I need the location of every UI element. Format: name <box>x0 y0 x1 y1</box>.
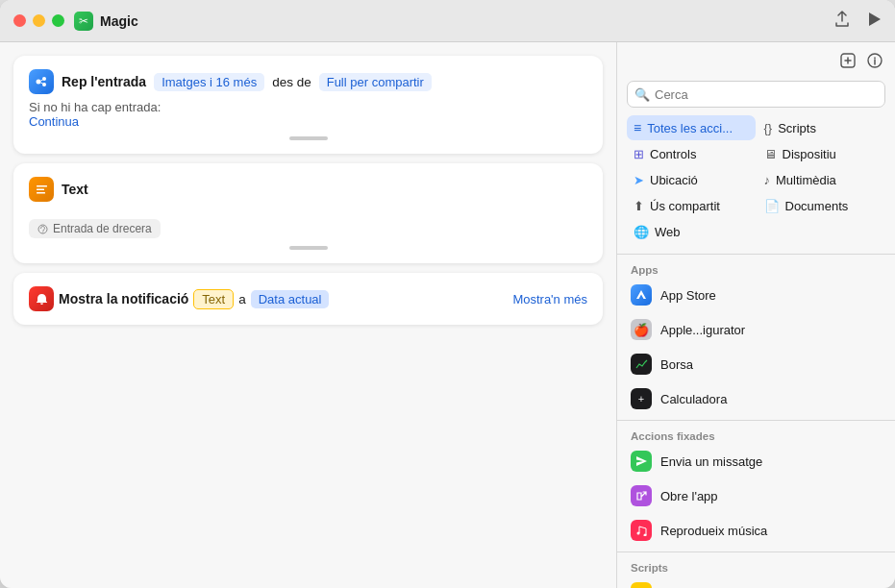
card1-connector: des de <box>272 75 311 89</box>
panel-icons <box>839 52 883 73</box>
send-message-label: Envia un missatge <box>660 454 762 469</box>
cat-sharing-label: Ús compartit <box>650 199 720 213</box>
action-calculadora[interactable]: + Calculadora <box>617 381 895 416</box>
token-text[interactable]: Text <box>193 289 234 309</box>
cat-location[interactable]: ➤ Ubicació <box>627 168 756 192</box>
appstore-label: App Store <box>660 288 716 303</box>
calculadora-icon: + <box>631 388 652 409</box>
titlebar: ✂ Magic <box>0 0 895 42</box>
cat-all-icon: ≡ <box>634 120 641 135</box>
cat-location-label: Ubicació <box>650 173 698 187</box>
cat-all-label: Totes les acci... <box>647 121 733 135</box>
category-grid: ≡ Totes les acci... {} Scripts ⊞ Control… <box>617 115 895 250</box>
action-appstore[interactable]: App Store <box>617 278 895 312</box>
apple-label: Apple...igurator <box>660 323 745 337</box>
separator-3 <box>617 551 895 552</box>
svg-line-4 <box>41 80 43 81</box>
shortcut-hint: Entrada de drecera <box>29 219 161 238</box>
cat-documents[interactable]: 📄 Documents <box>758 194 886 218</box>
cat-scripts-top[interactable]: {} Scripts <box>758 115 886 140</box>
cat-documents-icon: 📄 <box>764 199 780 213</box>
cat-web[interactable]: 🌐 Web <box>627 220 756 244</box>
rep-entrada-icon <box>29 69 54 94</box>
card1-subtitle: Si no hi ha cap entrada: Continua <box>29 100 587 129</box>
borsa-label: Borsa <box>660 357 693 372</box>
cat-web-icon: 🌐 <box>634 225 649 239</box>
svg-rect-8 <box>37 192 45 194</box>
cat-scripts-label: Scripts <box>778 121 816 135</box>
cat-location-icon: ➤ <box>634 173 644 187</box>
svg-rect-6 <box>37 185 47 187</box>
svg-marker-0 <box>869 12 881 26</box>
cat-multimedia[interactable]: ♪ Multimèdia <box>758 168 886 192</box>
separator-1 <box>617 254 895 255</box>
play-button[interactable] <box>866 12 882 31</box>
action-list: Apps App Store 🍎 Apple...igurator <box>617 258 895 588</box>
notification-label: Mostra la notificació <box>59 291 188 306</box>
main-window: ✂ Magic <box>0 0 895 588</box>
card-rep-entrada: Rep l'entrada Imatges i 16 més des de Fu… <box>13 56 603 154</box>
notification-row: Mostra la notificació Text a Data actual… <box>29 286 587 311</box>
app-identity: ✂ Magic <box>74 12 138 31</box>
play-music-icon <box>631 520 652 541</box>
info-button[interactable] <box>866 52 883 73</box>
action-send-message[interactable]: Envia un missatge <box>617 444 895 478</box>
shortcut-area: Entrada de drecera <box>29 211 587 238</box>
share-button[interactable] <box>833 11 851 32</box>
notification-icon <box>29 286 54 311</box>
text-label: Text <box>62 182 88 197</box>
cat-web-label: Web <box>655 225 681 239</box>
calculadora-label: Calculadora <box>660 392 727 406</box>
cat-scripts-icon: {} <box>764 121 773 135</box>
action-open-app[interactable]: Obre l'app <box>617 478 895 513</box>
maximize-button[interactable] <box>52 14 64 27</box>
action-apple[interactable]: 🍎 Apple...igurator <box>617 312 895 347</box>
continua-link[interactable]: Continua <box>29 114 79 129</box>
cat-controls[interactable]: ⊞ Controls <box>627 142 756 166</box>
apps-section-label: Apps <box>617 258 895 278</box>
token-data-actual[interactable]: Data actual <box>251 290 330 308</box>
svg-point-10 <box>42 232 43 233</box>
action-play-music[interactable]: Reprodueix música <box>617 513 895 548</box>
action-comment[interactable]: — Comenta <box>617 576 895 588</box>
left-panel: Rep l'entrada Imatges i 16 més des de Fu… <box>0 42 616 588</box>
token-full-compartir[interactable]: Full per compartir <box>319 73 432 91</box>
traffic-lights <box>13 14 64 27</box>
cat-sharing[interactable]: ⬆ Ús compartit <box>627 194 756 218</box>
divider-handle-2 <box>289 246 328 250</box>
token-imatges[interactable]: Imatges i 16 més <box>154 73 264 91</box>
open-app-icon <box>631 485 652 506</box>
mostra-mes-link[interactable]: Mostra'n més <box>512 292 587 306</box>
card-notification: Mostra la notificació Text a Data actual… <box>13 273 603 325</box>
text-icon <box>29 177 54 202</box>
cat-sharing-icon: ⬆ <box>634 199 644 213</box>
cat-documents-label: Documents <box>785 199 849 213</box>
cat-device[interactable]: 🖥 Dispositiu <box>758 142 886 166</box>
separator-2 <box>617 420 895 421</box>
cat-all[interactable]: ≡ Totes les acci... <box>627 115 756 140</box>
notification-tokens: Mostra la notificació Text a Data actual <box>29 286 329 311</box>
rep-entrada-label: Rep l'entrada <box>62 74 146 89</box>
card-text: Text Entrada de drecera <box>13 163 603 263</box>
right-panel-header <box>617 42 895 81</box>
minimize-button[interactable] <box>33 14 45 27</box>
search-input[interactable] <box>627 81 885 108</box>
card-header: Rep l'entrada Imatges i 16 més des de Fu… <box>29 69 587 94</box>
svg-line-5 <box>41 83 43 84</box>
add-action-button[interactable] <box>839 52 857 73</box>
svg-rect-7 <box>37 188 44 190</box>
cat-controls-icon: ⊞ <box>634 147 644 161</box>
card2-header: Text <box>29 177 587 202</box>
svg-point-1 <box>37 80 41 85</box>
cat-multimedia-icon: ♪ <box>764 173 771 187</box>
fixed-section-label: Accions fixades <box>617 425 895 444</box>
titlebar-actions <box>833 11 882 32</box>
app-icon: ✂ <box>74 12 93 31</box>
close-button[interactable] <box>13 14 26 27</box>
send-message-icon <box>631 451 652 472</box>
divider-handle-1 <box>289 136 328 140</box>
cat-multimedia-label: Multimèdia <box>776 173 836 187</box>
appstore-icon <box>631 284 652 306</box>
search-icon: 🔍 <box>634 87 650 102</box>
action-borsa[interactable]: Borsa <box>617 347 895 381</box>
